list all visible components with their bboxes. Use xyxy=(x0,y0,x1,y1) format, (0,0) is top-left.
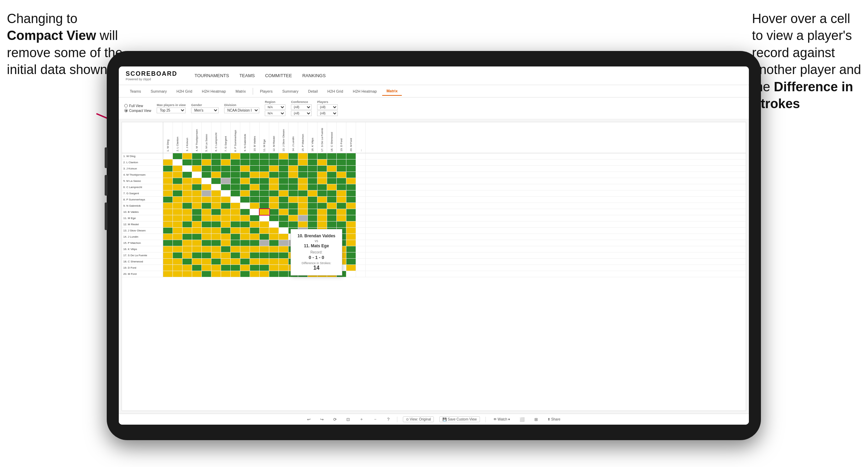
matrix-cell[interactable] xyxy=(279,203,289,209)
matrix-cell[interactable] xyxy=(182,197,192,203)
matrix-cell[interactable] xyxy=(356,228,366,234)
matrix-cell[interactable] xyxy=(221,166,231,172)
matrix-cell[interactable] xyxy=(279,209,289,215)
matrix-cell[interactable] xyxy=(173,178,182,184)
matrix-cell[interactable] xyxy=(327,172,337,178)
matrix-cell[interactable] xyxy=(221,265,231,271)
matrix-cell[interactable] xyxy=(250,252,260,258)
matrix-cell[interactable] xyxy=(221,252,231,258)
matrix-cell[interactable] xyxy=(356,215,366,221)
matrix-cell[interactable] xyxy=(250,190,260,196)
matrix-cell[interactable] xyxy=(289,203,298,209)
matrix-cell[interactable] xyxy=(211,172,221,178)
tab-h2h-heatmap-right[interactable]: H2H Heatmap xyxy=(349,87,381,95)
matrix-cell[interactable] xyxy=(337,184,346,190)
matrix-cell[interactable] xyxy=(260,203,269,209)
matrix-cell[interactable] xyxy=(346,197,356,203)
matrix-cell[interactable] xyxy=(240,221,250,227)
matrix-cell[interactable] xyxy=(317,203,327,209)
matrix-cell[interactable] xyxy=(260,265,269,271)
matrix-cell[interactable] xyxy=(269,252,279,258)
save-custom-btn[interactable]: 💾 Save Custom View xyxy=(439,416,480,422)
tab-summary-left[interactable]: Summary xyxy=(146,87,171,95)
matrix-cell[interactable] xyxy=(298,153,308,159)
matrix-cell[interactable] xyxy=(289,190,298,196)
matrix-cell[interactable] xyxy=(269,172,279,178)
matrix-cell[interactable] xyxy=(221,240,231,246)
matrix-cell[interactable] xyxy=(182,215,192,221)
matrix-cell[interactable] xyxy=(260,271,269,277)
tab-detail[interactable]: Detail xyxy=(304,87,322,95)
matrix-cell[interactable] xyxy=(211,166,221,172)
matrix-cell[interactable] xyxy=(182,209,192,215)
matrix-cell[interactable] xyxy=(163,221,173,227)
matrix-cell[interactable] xyxy=(269,240,279,246)
matrix-cell[interactable] xyxy=(346,246,356,252)
matrix-cell[interactable] xyxy=(221,246,231,252)
matrix-cell[interactable] xyxy=(289,184,298,190)
matrix-cell[interactable] xyxy=(202,203,211,209)
matrix-cell[interactable] xyxy=(269,159,279,165)
matrix-cell[interactable] xyxy=(356,153,366,159)
matrix-cell[interactable] xyxy=(173,215,182,221)
matrix-cell[interactable] xyxy=(192,166,202,172)
matrix-cell[interactable] xyxy=(173,166,182,172)
matrix-cell[interactable] xyxy=(182,203,192,209)
matrix-cell[interactable] xyxy=(240,215,250,221)
matrix-cell[interactable] xyxy=(317,209,327,215)
matrix-cell[interactable] xyxy=(192,153,202,159)
matrix-cell[interactable] xyxy=(327,215,337,221)
tab-matrix-right[interactable]: Matrix xyxy=(382,87,401,96)
matrix-cell[interactable] xyxy=(260,240,269,246)
matrix-cell[interactable] xyxy=(260,221,269,227)
matrix-cell[interactable] xyxy=(231,190,240,196)
matrix-cell[interactable] xyxy=(269,166,279,172)
matrix-cell[interactable] xyxy=(240,172,250,178)
matrix-cell[interactable] xyxy=(221,234,231,240)
matrix-cell[interactable] xyxy=(269,184,279,190)
matrix-cell[interactable] xyxy=(221,153,231,159)
matrix-cell[interactable] xyxy=(202,259,211,264)
matrix-cell[interactable] xyxy=(317,215,327,221)
matrix-cell[interactable] xyxy=(173,252,182,258)
matrix-cell[interactable] xyxy=(192,246,202,252)
matrix-cell[interactable] xyxy=(269,234,279,240)
matrix-cell[interactable] xyxy=(298,184,308,190)
matrix-cell[interactable] xyxy=(240,240,250,246)
matrix-cell[interactable] xyxy=(337,197,346,203)
matrix-cell[interactable] xyxy=(240,166,250,172)
matrix-cell[interactable] xyxy=(356,184,366,190)
share-btn[interactable]: ⬆ Share xyxy=(545,417,562,422)
matrix-cell[interactable] xyxy=(163,172,173,178)
toolbar-help-btn[interactable]: ? xyxy=(385,416,391,423)
matrix-cell[interactable] xyxy=(231,221,240,227)
filter-gender-select[interactable]: Men's xyxy=(191,107,219,113)
matrix-cell[interactable] xyxy=(346,240,356,246)
matrix-cell[interactable] xyxy=(182,159,192,165)
matrix-cell[interactable] xyxy=(211,252,221,258)
matrix-cell[interactable] xyxy=(231,203,240,209)
matrix-cell[interactable] xyxy=(346,166,356,172)
matrix-cell[interactable] xyxy=(250,228,260,234)
matrix-cell[interactable] xyxy=(202,240,211,246)
matrix-cell[interactable] xyxy=(279,246,289,252)
toolbar-redo-btn[interactable]: ↪ xyxy=(318,416,326,423)
matrix-cell[interactable] xyxy=(211,203,221,209)
matrix-cell[interactable] xyxy=(211,221,221,227)
matrix-cell[interactable] xyxy=(231,166,240,172)
matrix-cell[interactable] xyxy=(260,184,269,190)
matrix-cell[interactable] xyxy=(356,197,366,203)
matrix-cell[interactable] xyxy=(163,259,173,264)
matrix-cell[interactable] xyxy=(250,221,260,227)
matrix-cell[interactable] xyxy=(202,221,211,227)
matrix-cell[interactable] xyxy=(240,197,250,203)
matrix-cell[interactable] xyxy=(250,259,260,264)
matrix-cell[interactable] xyxy=(173,203,182,209)
matrix-cell[interactable] xyxy=(221,159,231,165)
matrix-cell[interactable] xyxy=(356,209,366,215)
matrix-cell[interactable] xyxy=(356,234,366,240)
matrix-cell[interactable] xyxy=(269,265,279,271)
compact-view-option[interactable]: Compact View xyxy=(124,109,151,113)
matrix-cell[interactable] xyxy=(202,215,211,221)
matrix-cell[interactable] xyxy=(337,178,346,184)
